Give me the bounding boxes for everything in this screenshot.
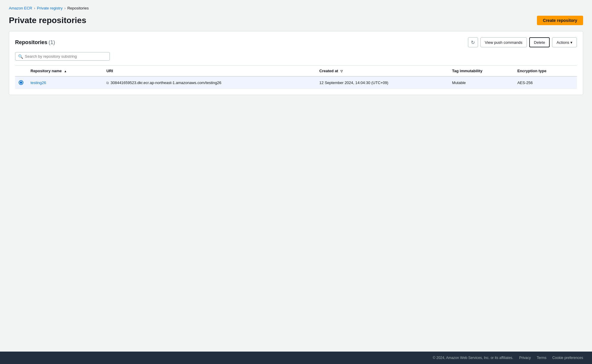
col-created-at-label: Created at <box>319 69 338 73</box>
actions-label: Actions <box>556 40 569 45</box>
repo-name-link[interactable]: testing26 <box>30 80 46 85</box>
sort-asc-icon: ▲ <box>64 70 67 73</box>
footer-privacy-link[interactable]: Privacy <box>519 356 531 360</box>
footer: © 2024, Amazon Web Services, Inc. or its… <box>0 352 592 364</box>
panel-title: Repositories <box>15 39 47 45</box>
breadcrumb-amazon-ecr[interactable]: Amazon ECR <box>9 6 32 10</box>
create-repository-button[interactable]: Create repository <box>537 16 583 25</box>
table-row: testing26⧉308441659523.dkr.ecr.ap-northe… <box>15 76 577 89</box>
table-header-row: Repository name ▲ URI Created at ▽ Tag i… <box>15 66 577 77</box>
copy-uri-icon[interactable]: ⧉ <box>106 81 109 85</box>
actions-button[interactable]: Actions ▾ <box>552 37 577 47</box>
view-push-commands-button[interactable]: View push commands <box>480 37 527 47</box>
repositories-table: Repository name ▲ URI Created at ▽ Tag i… <box>15 65 577 89</box>
toolbar-buttons: ↻ View push commands Delete Actions ▾ <box>468 37 577 47</box>
page-title: Private repositories <box>9 16 86 25</box>
table-body: testing26⧉308441659523.dkr.ecr.ap-northe… <box>15 76 577 89</box>
breadcrumb: Amazon ECR › Private registry › Reposito… <box>9 6 583 10</box>
col-tag-immutability-label: Tag immutability <box>452 69 482 73</box>
breadcrumb-private-registry[interactable]: Private registry <box>37 6 63 10</box>
col-repo-name-label: Repository name <box>30 69 62 73</box>
panel-count-value: (1) <box>49 39 55 45</box>
panel-header: Repositories (1) ↻ View push commands De… <box>15 37 577 47</box>
row-select-cell[interactable] <box>15 76 27 89</box>
breadcrumb-repositories: Repositories <box>67 6 89 10</box>
search-input[interactable] <box>15 52 110 61</box>
repo-encryption-type-cell: AES-256 <box>514 76 577 89</box>
panel-title-area: Repositories (1) <box>15 39 55 46</box>
actions-dropdown-icon: ▾ <box>570 40 572 45</box>
refresh-icon: ↻ <box>471 40 475 45</box>
repo-uri-cell: ⧉308441659523.dkr.ecr.ap-northeast-1.ama… <box>103 76 316 89</box>
col-select <box>15 66 27 77</box>
col-encryption-type: Encryption type <box>514 66 577 77</box>
repo-name-cell: testing26 <box>27 76 103 89</box>
breadcrumb-sep-2: › <box>64 6 65 10</box>
col-tag-immutability: Tag immutability <box>448 66 514 77</box>
breadcrumb-sep-1: › <box>34 6 35 10</box>
page-header: Private repositories Create repository <box>9 16 583 25</box>
radio-selected-icon[interactable] <box>19 80 23 85</box>
footer-copyright: © 2024, Amazon Web Services, Inc. or its… <box>433 356 513 360</box>
sort-filter-icon: ▽ <box>340 70 343 73</box>
search-container: 🔍 <box>15 52 110 61</box>
col-uri-label: URI <box>106 69 113 73</box>
repositories-panel: Repositories (1) ↻ View push commands De… <box>9 31 583 95</box>
col-uri: URI <box>103 66 316 77</box>
footer-terms-link[interactable]: Terms <box>537 356 546 360</box>
repo-tag-immutability-cell: Mutable <box>448 76 514 89</box>
col-encryption-type-label: Encryption type <box>517 69 546 73</box>
delete-button[interactable]: Delete <box>529 37 550 47</box>
refresh-button[interactable]: ↻ <box>468 37 478 47</box>
repo-created-at-cell: 12 September 2024, 14:04:30 (UTC+09) <box>316 76 448 89</box>
col-repo-name[interactable]: Repository name ▲ <box>27 66 103 77</box>
footer-cookie-preferences-link[interactable]: Cookie preferences <box>552 356 583 360</box>
col-created-at[interactable]: Created at ▽ <box>316 66 448 77</box>
